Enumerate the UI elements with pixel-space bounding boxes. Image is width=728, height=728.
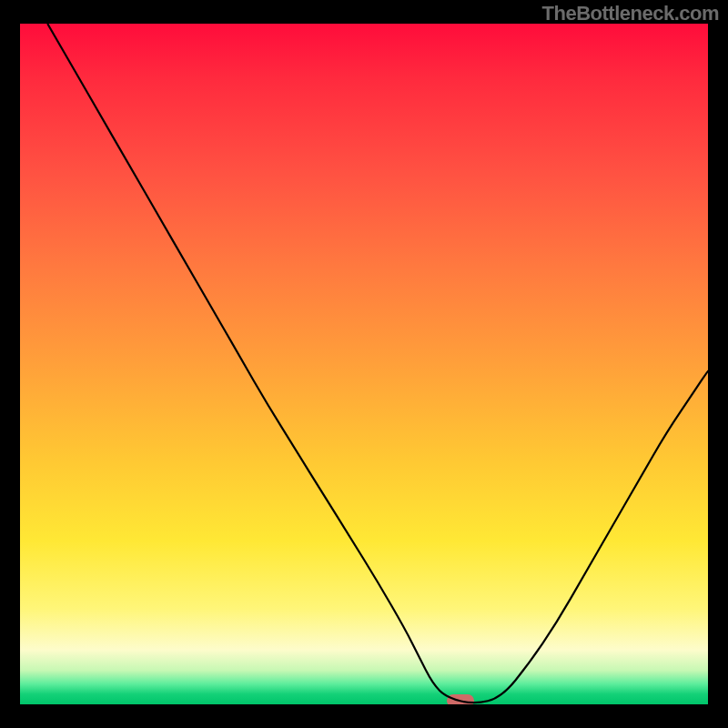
chart-container: TheBottleneck.com (0, 0, 728, 728)
bottleneck-curve (20, 24, 708, 704)
plot-area (20, 24, 708, 704)
watermark-text: TheBottleneck.com (542, 2, 719, 25)
